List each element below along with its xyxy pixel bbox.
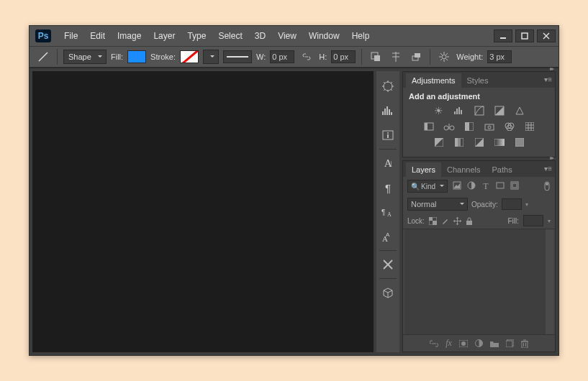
panel-menu-icon[interactable]: ▾≡	[544, 165, 552, 173]
selective-color-icon[interactable]	[513, 137, 526, 148]
svg-line-18	[446, 59, 448, 60]
link-layers-icon[interactable]	[430, 340, 438, 347]
menu-layer[interactable]: Layer	[148, 28, 181, 44]
paragraph-panel-icon[interactable]: ¶	[378, 175, 398, 200]
line-tool-icon[interactable]	[35, 50, 51, 63]
photo-filter-icon[interactable]	[483, 121, 496, 132]
color-balance-icon[interactable]	[443, 121, 456, 132]
tab-adjustments[interactable]: Adjustments	[406, 73, 461, 88]
lock-all-icon[interactable]	[466, 217, 473, 225]
weight-input[interactable]	[487, 50, 512, 63]
new-layer-icon[interactable]	[506, 339, 514, 347]
menu-view[interactable]: View	[272, 28, 302, 44]
tools-panel-icon[interactable]	[378, 252, 398, 277]
menu-window[interactable]: Window	[303, 28, 345, 44]
lock-pixels-icon[interactable]	[441, 217, 449, 225]
character-panel-icon[interactable]: A|	[378, 151, 398, 175]
gradient-map-icon[interactable]	[493, 137, 506, 148]
svg-rect-81	[515, 138, 524, 147]
close-button[interactable]	[537, 29, 556, 42]
menu-3d[interactable]: 3D	[249, 28, 271, 44]
stroke-style-dropdown[interactable]	[223, 50, 252, 63]
height-input[interactable]	[331, 50, 356, 63]
svg-rect-103	[506, 341, 512, 347]
canvas[interactable]	[32, 71, 374, 352]
info-panel-icon[interactable]	[378, 123, 398, 147]
gear-icon[interactable]	[436, 50, 452, 64]
filter-smartobj-icon[interactable]	[510, 181, 520, 192]
stroke-width-dropdown[interactable]	[203, 50, 219, 64]
tab-channels[interactable]: Channels	[441, 162, 486, 177]
svg-line-29	[384, 89, 385, 91]
opacity-input[interactable]	[502, 198, 522, 210]
lock-position-icon[interactable]	[453, 217, 461, 225]
layer-mask-icon[interactable]	[459, 340, 468, 347]
new-adjustment-layer-icon[interactable]	[475, 339, 483, 347]
app-logo: Ps	[35, 29, 51, 42]
collapse-panel-icon[interactable]: ▸▸	[550, 65, 553, 72]
tab-styles[interactable]: Styles	[461, 73, 494, 88]
link-wh-icon[interactable]	[299, 50, 315, 64]
width-label: W:	[256, 52, 266, 61]
path-arrange-icon[interactable]	[408, 50, 424, 64]
tool-mode-dropdown[interactable]: Shape	[63, 50, 107, 64]
menu-edit[interactable]: Edit	[84, 28, 111, 44]
black-white-icon[interactable]	[463, 121, 476, 132]
invert-icon[interactable]	[433, 137, 445, 148]
new-group-icon[interactable]	[490, 340, 499, 347]
fill-input[interactable]	[523, 215, 543, 226]
filter-kind-dropdown[interactable]: 🔍Kind	[407, 180, 448, 193]
filter-adjustment-icon[interactable]	[466, 181, 476, 192]
channel-mixer-icon[interactable]	[503, 121, 516, 132]
3d-panel-icon[interactable]	[378, 280, 398, 305]
path-ops-icon[interactable]	[368, 50, 384, 64]
curves-icon[interactable]	[473, 105, 486, 116]
brightness-contrast-icon[interactable]: ☀	[433, 105, 445, 116]
minimize-button[interactable]	[494, 29, 512, 42]
layers-panel: ▸▸ Layers Channels Paths ▾≡ 🔍Kind T	[402, 160, 556, 352]
histogram-panel-icon[interactable]	[378, 98, 398, 123]
svg-rect-99	[466, 221, 472, 225]
filter-pixel-icon[interactable]	[452, 181, 462, 192]
svg-line-46	[388, 290, 392, 293]
width-input[interactable]	[270, 50, 294, 63]
lock-transparency-icon[interactable]	[429, 217, 437, 225]
vibrance-icon[interactable]	[513, 105, 526, 116]
svg-line-27	[391, 89, 392, 91]
svg-rect-34	[391, 112, 392, 115]
svg-rect-76	[455, 138, 458, 147]
exposure-icon[interactable]	[493, 105, 506, 116]
character-styles-panel-icon[interactable]: ¶A	[378, 200, 398, 224]
menu-file[interactable]: File	[58, 28, 83, 44]
layer-list[interactable]	[404, 229, 553, 334]
levels-icon[interactable]	[453, 105, 466, 116]
path-align-icon[interactable]	[388, 50, 404, 64]
hue-sat-icon[interactable]	[422, 121, 435, 132]
blend-mode-dropdown[interactable]: Normal	[407, 198, 468, 211]
fill-swatch[interactable]	[127, 50, 146, 63]
svg-rect-63	[485, 124, 494, 130]
threshold-icon[interactable]	[473, 137, 486, 148]
menu-select[interactable]: Select	[212, 28, 248, 44]
filter-type-icon[interactable]: T	[481, 181, 491, 192]
navigator-panel-icon[interactable]	[378, 74, 398, 98]
panel-menu-icon[interactable]: ▾≡	[544, 75, 552, 83]
stroke-swatch[interactable]	[180, 50, 199, 63]
svg-rect-30	[382, 111, 384, 115]
collapse-panel-icon[interactable]: ▸▸	[550, 155, 553, 161]
tab-layers[interactable]: Layers	[406, 162, 441, 177]
svg-line-28	[391, 82, 392, 83]
layer-style-icon[interactable]: fx	[445, 338, 452, 349]
filter-toggle-icon[interactable]	[543, 181, 551, 191]
menu-help[interactable]: Help	[346, 28, 376, 44]
tab-paths[interactable]: Paths	[487, 162, 518, 177]
maximize-button[interactable]	[515, 29, 534, 42]
color-lookup-icon[interactable]	[523, 121, 536, 132]
filter-shape-icon[interactable]	[495, 181, 505, 192]
menu-image[interactable]: Image	[112, 28, 147, 44]
menu-type[interactable]: Type	[181, 28, 212, 44]
paragraph-styles-panel-icon[interactable]: AA	[378, 224, 398, 249]
delete-layer-icon[interactable]	[521, 339, 528, 348]
svg-marker-97	[453, 219, 455, 222]
posterize-icon[interactable]	[453, 137, 466, 148]
